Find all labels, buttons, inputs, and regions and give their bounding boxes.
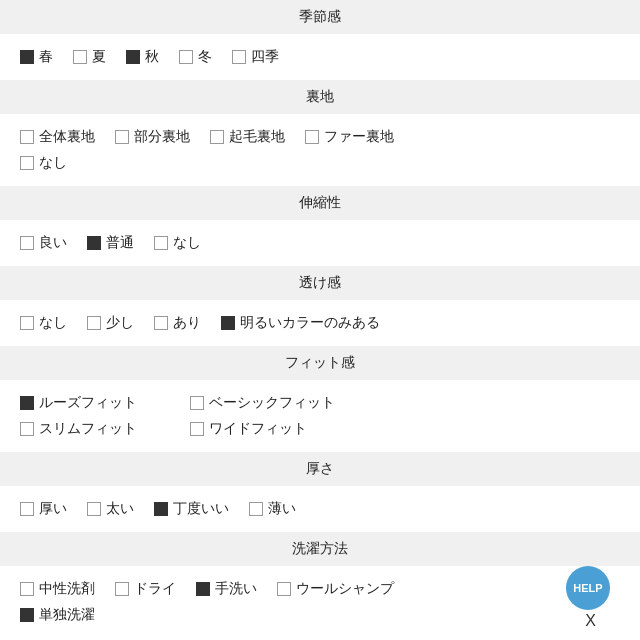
- shiki-label: 四季: [251, 48, 279, 66]
- season-haru[interactable]: 春: [20, 48, 53, 66]
- season-section: 季節感 春 夏 秋 冬 四季: [0, 0, 640, 80]
- wash-tandoku[interactable]: 単独洗濯: [20, 606, 95, 624]
- help-button[interactable]: HELP: [566, 566, 610, 610]
- thick-usui[interactable]: 薄い: [249, 500, 296, 518]
- wash-hand[interactable]: 手洗い: [196, 580, 257, 598]
- fuyu-checkbox[interactable]: [179, 50, 193, 64]
- transparency-header: 透け感: [0, 266, 640, 300]
- fuyu-label: 冬: [198, 48, 212, 66]
- stretch-yoi[interactable]: 良い: [20, 234, 67, 252]
- transparency-section: 透け感 なし 少し あり 明るいカラーのみある: [0, 266, 640, 346]
- washing-header: 洗濯方法: [0, 532, 640, 566]
- trans-akarui[interactable]: 明るいカラーのみある: [221, 314, 380, 332]
- thick-chodo[interactable]: 丁度いい: [154, 500, 229, 518]
- thickness-section: 厚さ 厚い 太い 丁度いい 薄い: [0, 452, 640, 532]
- washing-body: 中性洗剤 ドライ 手洗い ウールシャンプ 単独洗濯: [0, 566, 640, 638]
- thickness-body: 厚い 太い 丁度いい 薄い: [0, 486, 640, 532]
- lining-zentai[interactable]: 全体裏地: [20, 128, 95, 146]
- lining-nashi[interactable]: なし: [20, 154, 67, 172]
- lining-fur[interactable]: ファー裏地: [305, 128, 394, 146]
- fit-loose[interactable]: ルーズフィット: [20, 394, 150, 412]
- stretch-section: 伸縮性 良い 普通 なし: [0, 186, 640, 266]
- trans-ari[interactable]: あり: [154, 314, 201, 332]
- wash-dry[interactable]: ドライ: [115, 580, 176, 598]
- wash-neutral[interactable]: 中性洗剤: [20, 580, 95, 598]
- stretch-nashi[interactable]: なし: [154, 234, 201, 252]
- lining-header: 裏地: [0, 80, 640, 114]
- aki-checkbox[interactable]: [126, 50, 140, 64]
- season-fuyu[interactable]: 冬: [179, 48, 212, 66]
- stretch-header: 伸縮性: [0, 186, 640, 220]
- close-button[interactable]: X: [585, 612, 596, 630]
- aki-label: 秋: [145, 48, 159, 66]
- fit-wide[interactable]: ワイドフィット: [190, 420, 307, 438]
- fit-section: フィット感 ルーズフィット ベーシックフィット スリムフィット ワイドフィット: [0, 346, 640, 452]
- stretch-futsuu[interactable]: 普通: [87, 234, 134, 252]
- lining-section: 裏地 全体裏地 部分裏地 起毛裏地 ファー裏地 なし: [0, 80, 640, 186]
- wash-wool[interactable]: ウールシャンプ: [277, 580, 394, 598]
- season-natsu[interactable]: 夏: [73, 48, 106, 66]
- trans-nashi[interactable]: なし: [20, 314, 67, 332]
- thick-futoi[interactable]: 太い: [87, 500, 134, 518]
- natsu-label: 夏: [92, 48, 106, 66]
- haru-checkbox[interactable]: [20, 50, 34, 64]
- thick-atsui[interactable]: 厚い: [20, 500, 67, 518]
- trans-sukoshi[interactable]: 少し: [87, 314, 134, 332]
- fit-header: フィット感: [0, 346, 640, 380]
- natsu-checkbox[interactable]: [73, 50, 87, 64]
- fit-basic[interactable]: ベーシックフィット: [190, 394, 335, 412]
- lining-body: 全体裏地 部分裏地 起毛裏地 ファー裏地 なし: [0, 114, 640, 186]
- lining-bubun[interactable]: 部分裏地: [115, 128, 190, 146]
- fit-slim[interactable]: スリムフィット: [20, 420, 150, 438]
- lining-kemono[interactable]: 起毛裏地: [210, 128, 285, 146]
- washing-section: 洗濯方法 中性洗剤 ドライ 手洗い ウールシャンプ 単独洗濯: [0, 532, 640, 638]
- fit-body: ルーズフィット ベーシックフィット スリムフィット ワイドフィット: [0, 380, 640, 452]
- haru-label: 春: [39, 48, 53, 66]
- season-aki[interactable]: 秋: [126, 48, 159, 66]
- season-shiki[interactable]: 四季: [232, 48, 279, 66]
- shiki-checkbox[interactable]: [232, 50, 246, 64]
- transparency-body: なし 少し あり 明るいカラーのみある: [0, 300, 640, 346]
- season-body: 春 夏 秋 冬 四季: [0, 34, 640, 80]
- stretch-body: 良い 普通 なし: [0, 220, 640, 266]
- thickness-header: 厚さ: [0, 452, 640, 486]
- season-header: 季節感: [0, 0, 640, 34]
